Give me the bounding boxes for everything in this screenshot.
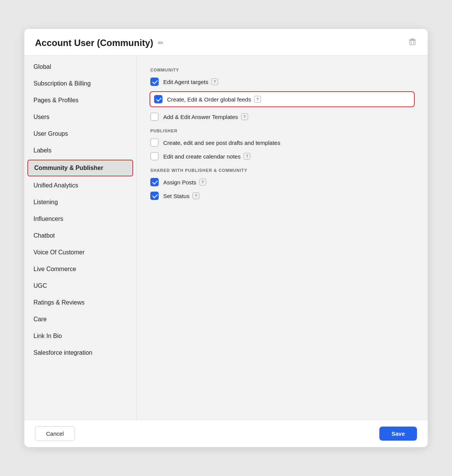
permission-post-drafts: Create, edit and see post drafts and tem…	[150, 138, 414, 147]
sidebar-item-salesforce-integration[interactable]: Salesforce integration	[24, 344, 136, 361]
sidebar-item-care[interactable]: Care	[24, 311, 136, 328]
checkbox-calendar-notes[interactable]	[150, 152, 159, 160]
cancel-button[interactable]: Cancel	[35, 426, 75, 441]
modal-title: Account User (Community) ✏	[35, 38, 164, 48]
checkbox-assign-posts[interactable]	[150, 178, 159, 186]
sidebar-item-global[interactable]: Global	[24, 59, 136, 75]
svg-rect-2	[410, 40, 415, 45]
sidebar: GlobalSubscription & BillingPages & Prof…	[24, 56, 137, 420]
content-area: COMMUNITY Edit Agent targets ? Create, E…	[137, 56, 428, 420]
edit-agent-targets-label: Edit Agent targets	[163, 79, 208, 85]
add-edit-answer-templates-help-icon[interactable]: ?	[241, 113, 248, 120]
create-edit-order-feeds-label: Create, Edit & Order global feeds	[167, 96, 251, 103]
calendar-notes-label: Edit and create calendar notes	[163, 153, 240, 160]
modal-header: Account User (Community) ✏	[24, 29, 428, 56]
checkbox-set-status[interactable]	[150, 192, 159, 200]
set-status-label: Set Status	[163, 193, 189, 199]
permission-set-status: Set Status ?	[150, 192, 414, 200]
sidebar-item-voice-of-customer[interactable]: Voice Of Customer	[24, 244, 136, 261]
sidebar-item-pages-profiles[interactable]: Pages & Profiles	[24, 92, 136, 109]
modal-footer: Cancel Save	[24, 420, 428, 447]
sidebar-item-ugc[interactable]: UGC	[24, 278, 136, 294]
sidebar-item-chatbot[interactable]: Chatbot	[24, 227, 136, 244]
permission-calendar-notes: Edit and create calendar notes ?	[150, 152, 414, 160]
post-drafts-label: Create, edit and see post drafts and tem…	[163, 140, 280, 146]
modal-body: GlobalSubscription & BillingPages & Prof…	[24, 56, 428, 420]
sidebar-item-influencers[interactable]: Influencers	[24, 211, 136, 227]
sidebar-item-users[interactable]: Users	[24, 109, 136, 125]
sidebar-item-unified-analytics[interactable]: Unified Analytics	[24, 177, 136, 194]
permission-assign-posts: Assign Posts ?	[150, 178, 414, 186]
assign-posts-label: Assign Posts	[163, 179, 196, 186]
delete-icon[interactable]	[408, 37, 417, 48]
checkbox-edit-agent-targets[interactable]	[150, 78, 159, 86]
permission-add-edit-answer-templates: Add & Edit Answer Templates ?	[150, 113, 414, 121]
calendar-notes-help-icon[interactable]: ?	[244, 153, 250, 160]
modal-container: Account User (Community) ✏ GlobalSubscri…	[24, 29, 428, 447]
create-edit-order-feeds-help-icon[interactable]: ?	[254, 96, 261, 103]
sidebar-item-listening[interactable]: Listening	[24, 194, 136, 211]
publisher-section-title: PUBLISHER	[150, 129, 414, 133]
sidebar-item-subscription-billing[interactable]: Subscription & Billing	[24, 75, 136, 92]
sidebar-item-live-commerce[interactable]: Live Commerce	[24, 261, 136, 278]
edit-agent-targets-help-icon[interactable]: ?	[211, 78, 218, 85]
sidebar-item-user-groups[interactable]: User Groups	[24, 125, 136, 142]
checkbox-add-edit-answer-templates[interactable]	[150, 113, 159, 121]
checkbox-post-drafts[interactable]	[150, 138, 159, 147]
checkbox-create-edit-order-feeds[interactable]	[154, 95, 162, 103]
community-section-title: COMMUNITY	[150, 68, 414, 72]
save-button[interactable]: Save	[379, 427, 417, 441]
set-status-help-icon[interactable]: ?	[193, 192, 199, 199]
edit-icon[interactable]: ✏	[158, 39, 164, 47]
page-title: Account User (Community)	[35, 38, 153, 48]
permission-edit-agent-targets: Edit Agent targets ?	[150, 78, 414, 86]
add-edit-answer-templates-label: Add & Edit Answer Templates	[163, 114, 238, 120]
sidebar-item-labels[interactable]: Labels	[24, 142, 136, 159]
sidebar-item-ratings-reviews[interactable]: Ratings & Reviews	[24, 294, 136, 311]
assign-posts-help-icon[interactable]: ?	[199, 179, 206, 186]
sidebar-item-link-in-bio[interactable]: Link In Bio	[24, 328, 136, 344]
permission-create-edit-order-feeds: Create, Edit & Order global feeds ?	[150, 91, 415, 107]
shared-section-title: SHARED WITH PUBLISHER & COMMUNITY	[150, 168, 414, 173]
sidebar-item-community-publisher[interactable]: Community & Publisher	[27, 160, 133, 176]
